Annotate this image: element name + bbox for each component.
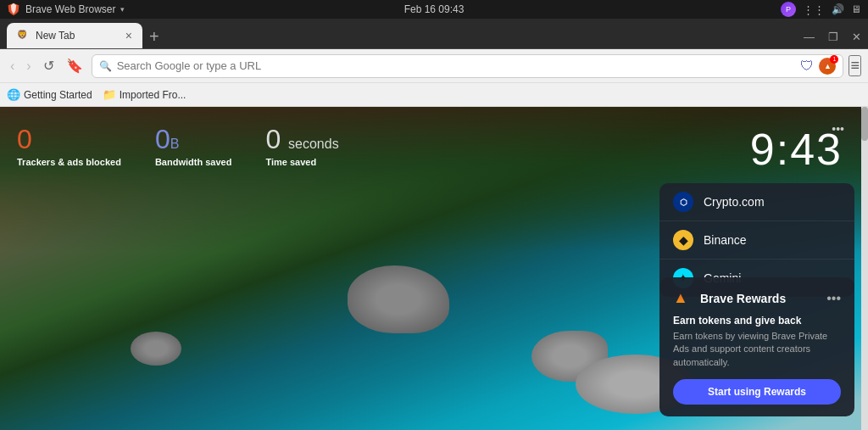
time-stat: 0 seconds Time saved bbox=[265, 124, 338, 167]
scrollbar[interactable] bbox=[861, 107, 868, 430]
app-title: Brave Web Browser bbox=[25, 3, 115, 15]
new-tab-button[interactable]: + bbox=[142, 28, 166, 45]
tab-close-button[interactable]: × bbox=[125, 30, 132, 42]
rewards-header: Brave Rewards ••• bbox=[673, 289, 841, 308]
tab-title: New Tab bbox=[36, 30, 75, 42]
binance-icon: ◆ bbox=[673, 230, 693, 250]
time-label: Time saved bbox=[265, 157, 338, 167]
rewards-more-button[interactable]: ••• bbox=[826, 291, 841, 306]
rewards-title: Brave Rewards bbox=[700, 292, 818, 305]
folder-icon: 📁 bbox=[103, 88, 116, 101]
browser-menu-button[interactable]: ≡ bbox=[849, 55, 861, 76]
tab-bar: 🦁 New Tab × + — ❐ ✕ bbox=[0, 19, 868, 49]
address-input[interactable] bbox=[117, 59, 796, 72]
time-count: 0 seconds bbox=[265, 124, 338, 155]
crypto-com-label: Crypto.com bbox=[704, 195, 765, 209]
rewards-badge: 1 bbox=[830, 55, 838, 64]
widget-binance[interactable]: ◆ Binance bbox=[659, 221, 854, 260]
stats-bar: 0 Trackers & ads blocked 0B Bandwidth sa… bbox=[17, 124, 339, 167]
bookmark-button[interactable]: 🔖 bbox=[63, 54, 86, 77]
title-bar-icons: P ⋮⋮ 🔊 🖥 bbox=[781, 2, 861, 17]
brave-rewards-icon bbox=[673, 289, 692, 308]
back-button[interactable]: ‹ bbox=[7, 55, 18, 77]
bookmarks-bar: 🌐 Getting Started 📁 Imported Fro... bbox=[0, 83, 868, 107]
brave-shield-icon[interactable]: 🛡 bbox=[800, 59, 814, 74]
forward-button[interactable]: › bbox=[23, 55, 34, 77]
clock-display: 9:43 bbox=[750, 124, 843, 175]
close-button[interactable]: ✕ bbox=[852, 31, 861, 43]
widget-crypto-com[interactable]: ⬡ Crypto.com bbox=[659, 183, 854, 221]
volume-icon[interactable]: 🔊 bbox=[832, 3, 844, 15]
address-bar[interactable]: 🔍 🛡 ▲ 1 bbox=[92, 54, 844, 78]
getting-started-icon: 🌐 bbox=[7, 88, 20, 101]
screen-icon[interactable]: 🖥 bbox=[851, 3, 861, 15]
bookmark-imported-label: Imported Fro... bbox=[120, 89, 186, 101]
brave-rewards-card: Brave Rewards ••• Earn tokens and give b… bbox=[659, 277, 854, 416]
binance-label: Binance bbox=[704, 233, 747, 247]
reload-button[interactable]: ↺ bbox=[40, 54, 58, 77]
main-content: 0 Trackers & ads blocked 0B Bandwidth sa… bbox=[0, 107, 868, 430]
rock-4 bbox=[131, 332, 181, 366]
scrollbar-thumb[interactable] bbox=[861, 107, 868, 141]
window-controls: — ❐ ✕ bbox=[804, 31, 861, 48]
bookmark-getting-started-label: Getting Started bbox=[24, 89, 92, 101]
brave-rewards-nav-icon[interactable]: ▲ 1 bbox=[819, 58, 836, 75]
active-tab[interactable]: 🦁 New Tab × bbox=[7, 23, 142, 48]
minimize-button[interactable]: — bbox=[804, 31, 815, 43]
rewards-description: Earn tokens by viewing Brave Private Ads… bbox=[673, 330, 841, 369]
bandwidth-count: 0B bbox=[155, 124, 231, 155]
nav-bar: ‹ › ↺ 🔖 🔍 🛡 ▲ 1 ≡ bbox=[0, 49, 868, 83]
dropdown-arrow[interactable]: ▾ bbox=[120, 5, 125, 14]
restore-button[interactable]: ❐ bbox=[828, 31, 838, 43]
bandwidth-label: Bandwidth saved bbox=[155, 157, 231, 167]
search-icon: 🔍 bbox=[99, 60, 112, 72]
rewards-tagline: Earn tokens and give back bbox=[673, 315, 841, 327]
bookmark-getting-started[interactable]: 🌐 Getting Started bbox=[7, 88, 92, 101]
start-rewards-button[interactable]: Start using Rewards bbox=[673, 379, 841, 405]
datetime-display: Feb 16 09:43 bbox=[404, 3, 465, 15]
trackers-stat: 0 Trackers & ads blocked bbox=[17, 124, 121, 167]
bookmark-imported[interactable]: 📁 Imported Fro... bbox=[103, 88, 186, 101]
trackers-count: 0 bbox=[17, 124, 121, 155]
network-icon[interactable]: ⋮⋮ bbox=[803, 3, 825, 16]
brave-logo-icon bbox=[7, 3, 20, 16]
profile-icon[interactable]: P bbox=[781, 2, 796, 17]
crypto-com-icon: ⬡ bbox=[673, 192, 693, 212]
bandwidth-stat: 0B Bandwidth saved bbox=[155, 124, 231, 167]
trackers-label: Trackers & ads blocked bbox=[17, 157, 121, 167]
title-bar: Brave Web Browser ▾ Feb 16 09:43 P ⋮⋮ 🔊 … bbox=[0, 0, 868, 19]
tab-favicon: 🦁 bbox=[17, 30, 29, 42]
